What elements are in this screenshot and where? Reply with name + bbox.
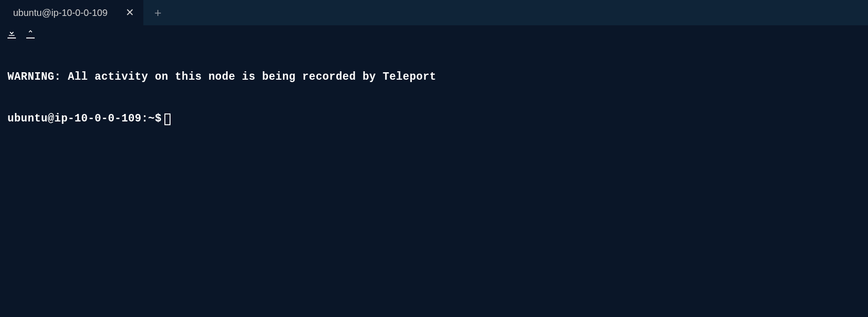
new-tab-button[interactable]: + bbox=[143, 6, 173, 20]
warning-text: WARNING: All activity on this node is be… bbox=[7, 70, 861, 84]
prompt-line: ubuntu@ip-10-0-0-109:~$ bbox=[7, 112, 861, 126]
toolbar bbox=[0, 25, 868, 41]
shell-prompt: ubuntu@ip-10-0-0-109:~$ bbox=[7, 112, 162, 126]
tab-title: ubuntu@ip-10-0-0-109 bbox=[13, 8, 108, 18]
terminal-output[interactable]: WARNING: All activity on this node is be… bbox=[0, 41, 868, 141]
upload-icon[interactable] bbox=[26, 29, 35, 38]
download-icon[interactable] bbox=[7, 29, 16, 38]
tab-bar: ubuntu@ip-10-0-0-109 ✕ + bbox=[0, 0, 868, 25]
terminal-tab[interactable]: ubuntu@ip-10-0-0-109 ✕ bbox=[0, 0, 143, 25]
close-icon[interactable]: ✕ bbox=[126, 7, 134, 19]
terminal-cursor bbox=[164, 113, 171, 125]
